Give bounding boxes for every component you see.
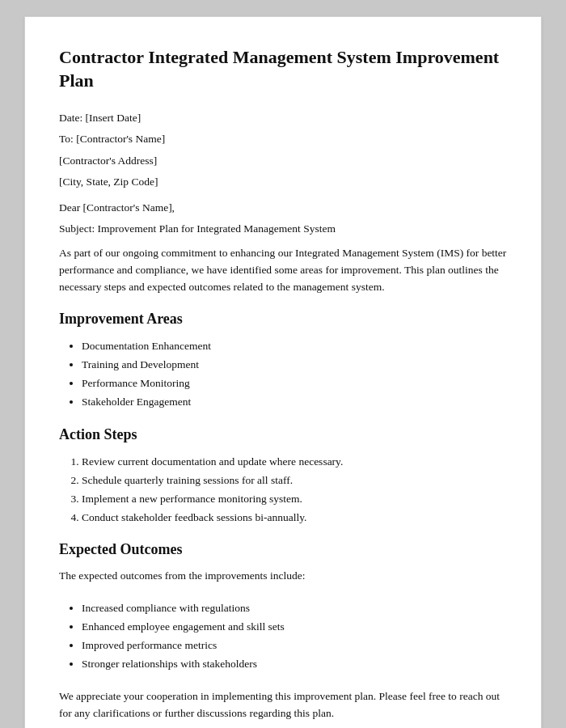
expected-outcomes-section: Expected Outcomes The expected outcomes … [59,541,507,674]
improvement-areas-section: Improvement Areas Documentation Enhancem… [59,311,507,412]
list-item: Review current documentation and update … [82,453,507,472]
document-title: Contractor Integrated Management System … [59,46,507,92]
list-item: Conduct stakeholder feedback sessions bi… [82,509,507,527]
action-steps-heading: Action Steps [59,426,507,443]
list-item: Stronger relationships with stakeholders [82,655,507,674]
document: Contractor Integrated Management System … [24,16,542,728]
list-item: Schedule quarterly training sessions for… [82,472,507,490]
list-item: Enhanced employee engagement and skill s… [82,618,507,637]
list-item: Performance Monitoring [82,375,507,393]
list-item: Improved performance metrics [82,637,507,655]
improvement-areas-list: Documentation Enhancement Training and D… [59,337,507,412]
expected-outcomes-heading: Expected Outcomes [59,541,507,558]
list-item: Training and Development [82,356,507,375]
date-line: Date: [Insert Date] [59,110,507,126]
to-city: [City, State, Zip Code] [59,174,507,190]
list-item: Increased compliance with regulations [82,599,507,618]
expected-outcomes-intro: The expected outcomes from the improveme… [59,568,507,585]
list-item: Implement a new performance monitoring s… [82,490,507,509]
to-name: To: [Contractor's Name] [59,131,507,147]
greeting: Dear [Contractor's Name], [59,201,507,214]
list-item: Stakeholder Engagement [82,393,507,412]
expected-outcomes-list: Increased compliance with regulations En… [59,599,507,674]
closing-paragraph: We appreciate your cooperation in implem… [59,688,507,722]
action-steps-section: Action Steps Review current documentatio… [59,426,507,527]
address-block: To: [Contractor's Name] [Contractor's Ad… [59,131,507,190]
list-item: Documentation Enhancement [82,337,507,356]
intro-paragraph: As part of our ongoing commitment to enh… [59,245,507,296]
improvement-areas-heading: Improvement Areas [59,311,507,328]
to-address: [Contractor's Address] [59,153,507,169]
subject-line: Subject: Improvement Plan for Integrated… [59,222,507,235]
action-steps-list: Review current documentation and update … [59,453,507,527]
